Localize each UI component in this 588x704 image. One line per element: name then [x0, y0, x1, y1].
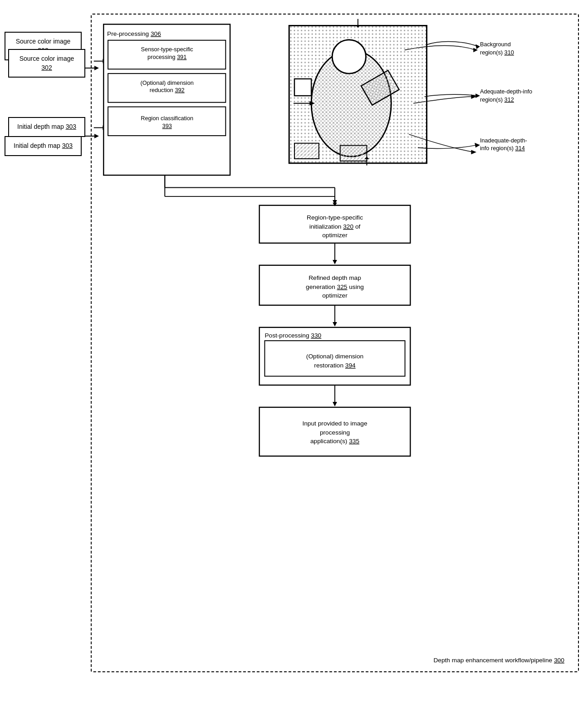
- svg-text:Region-type-specific: Region-type-specific: [307, 214, 363, 221]
- svg-rect-59: [108, 107, 225, 136]
- svg-marker-25: [356, 25, 360, 28]
- svg-text:Inadequate-depth-: Inadequate-depth-: [480, 137, 527, 144]
- svg-text:region(s) 312: region(s) 312: [480, 96, 514, 103]
- source-label: Source color image: [20, 55, 74, 62]
- svg-marker-27: [365, 156, 369, 159]
- svg-text:optimizer: optimizer: [322, 232, 348, 239]
- source-ref: 302: [41, 64, 52, 71]
- svg-text:Background: Background: [480, 41, 511, 48]
- svg-text:processing: processing: [320, 429, 350, 436]
- svg-marker-23: [309, 101, 315, 106]
- diagram-svg: Region-type-specific initialization 320 …: [92, 15, 578, 671]
- svg-rect-19: [294, 143, 319, 159]
- svg-text:Sensor-type-specific: Sensor-type-specific: [141, 46, 194, 53]
- svg-text:initialization 320 of: initialization 320 of: [309, 223, 361, 230]
- svg-marker-69: [475, 93, 480, 98]
- svg-text:393: 393: [162, 122, 172, 129]
- svg-text:application(s) 335: application(s) 335: [310, 438, 359, 445]
- svg-text:reduction 392: reduction 392: [150, 87, 185, 93]
- svg-text:Input provided to image: Input provided to image: [302, 420, 367, 427]
- svg-marker-8: [473, 48, 478, 52]
- svg-marker-3: [103, 126, 107, 130]
- source-color-image-box: Source color image 302: [8, 49, 85, 78]
- svg-text:info region(s) 314: info region(s) 314: [480, 145, 525, 152]
- svg-text:Pre-processing 306: Pre-processing 306: [107, 30, 161, 37]
- svg-rect-18: [361, 70, 399, 105]
- svg-marker-30: [333, 260, 337, 264]
- svg-rect-53: [108, 40, 225, 69]
- svg-text:(Optional) dimension: (Optional) dimension: [141, 79, 194, 86]
- svg-text:Region classification: Region classification: [141, 115, 193, 122]
- svg-text:optimizer: optimizer: [322, 292, 348, 299]
- svg-marker-7: [333, 200, 337, 205]
- depth-ref: 303: [66, 123, 76, 130]
- svg-text:Post-processing 330: Post-processing 330: [265, 332, 321, 339]
- initial-depth-map-box: Initial depth map 303: [8, 117, 85, 137]
- svg-rect-31: [260, 265, 411, 305]
- pipeline-container: Region-type-specific initialization 320 …: [91, 14, 579, 672]
- svg-marker-37: [333, 402, 337, 406]
- main-container: Source color image 302 Initial depth map…: [5, 9, 583, 695]
- svg-text:(Optional) dimension: (Optional) dimension: [306, 353, 363, 360]
- svg-rect-28: [260, 205, 411, 243]
- svg-rect-20: [340, 146, 367, 161]
- svg-rect-51: [103, 24, 230, 176]
- svg-marker-68: [475, 44, 480, 49]
- svg-rect-15: [289, 25, 426, 163]
- depth-label: Initial depth map: [17, 123, 64, 130]
- svg-marker-1: [103, 59, 107, 64]
- svg-marker-9: [471, 94, 476, 99]
- svg-rect-35: [265, 341, 405, 376]
- initial-depth-map-box: Initial depth map 303: [5, 136, 82, 156]
- svg-rect-34: [260, 328, 411, 385]
- svg-point-17: [332, 40, 366, 73]
- svg-text:Depth map enhancement workflow: Depth map enhancement workflow/pipeline …: [433, 657, 564, 664]
- svg-marker-70: [475, 143, 480, 148]
- svg-text:Adequate-depth-info: Adequate-depth-info: [480, 88, 532, 95]
- svg-text:generation 325 using: generation 325 using: [306, 284, 364, 290]
- svg-rect-21: [294, 79, 311, 96]
- svg-text:processing 391: processing 391: [147, 54, 186, 60]
- svg-text:region(s) 310: region(s) 310: [480, 49, 514, 56]
- svg-marker-10: [471, 150, 476, 154]
- initial-depth-map-label: Initial depth map: [14, 142, 60, 149]
- initial-depth-map-ref: 303: [62, 142, 73, 149]
- svg-point-16: [311, 50, 391, 156]
- svg-marker-33: [333, 322, 337, 327]
- svg-text:restoration 394: restoration 394: [314, 362, 356, 369]
- source-color-image-label: Source color image: [16, 38, 71, 45]
- svg-rect-38: [260, 407, 411, 456]
- svg-rect-56: [108, 73, 225, 103]
- svg-marker-74: [333, 203, 337, 206]
- svg-text:Refined depth map: Refined depth map: [309, 274, 361, 281]
